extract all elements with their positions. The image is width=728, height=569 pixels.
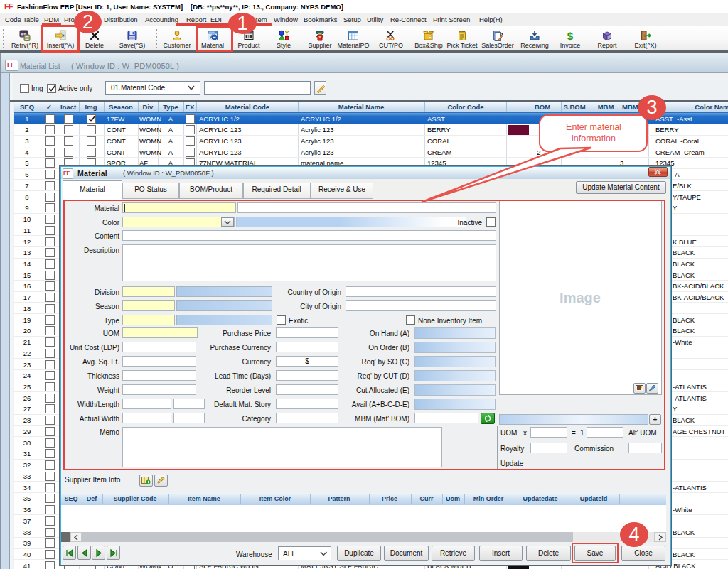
svg-text:$: $	[567, 30, 574, 41]
